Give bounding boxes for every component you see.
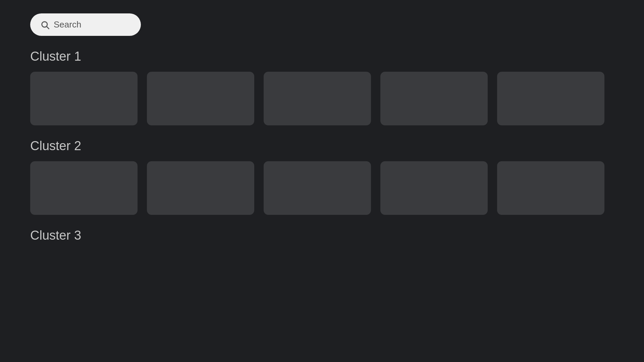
cluster-2-section: Cluster 2 (30, 139, 614, 215)
cluster-2-cards-row (30, 161, 614, 215)
cluster-1-section: Cluster 1 (30, 49, 614, 125)
cluster-card[interactable] (264, 72, 371, 125)
svg-line-1 (47, 26, 49, 28)
cluster-card[interactable] (264, 161, 371, 215)
cluster-card[interactable] (380, 72, 488, 125)
cluster-card[interactable] (380, 161, 488, 215)
cluster-1-title: Cluster 1 (30, 49, 614, 64)
cluster-1-cards-row (30, 72, 614, 125)
cluster-card[interactable] (497, 161, 604, 215)
search-bar[interactable]: Search (30, 13, 141, 36)
cluster-2-title: Cluster 2 (30, 139, 614, 153)
cluster-3-section: Cluster 3 (30, 228, 614, 243)
search-icon (40, 20, 50, 29)
cluster-card[interactable] (30, 161, 138, 215)
page-container: Search Cluster 1 Cluster 2 (0, 0, 644, 269)
cluster-3-title: Cluster 3 (30, 228, 614, 243)
search-bar-wrapper: Search (30, 13, 614, 36)
search-placeholder: Search (54, 19, 81, 30)
cluster-card[interactable] (497, 72, 604, 125)
cluster-card[interactable] (30, 72, 138, 125)
cluster-card[interactable] (147, 72, 254, 125)
cluster-card[interactable] (147, 161, 254, 215)
clusters-container: Cluster 1 Cluster 2 Cluster 3 (30, 49, 614, 243)
